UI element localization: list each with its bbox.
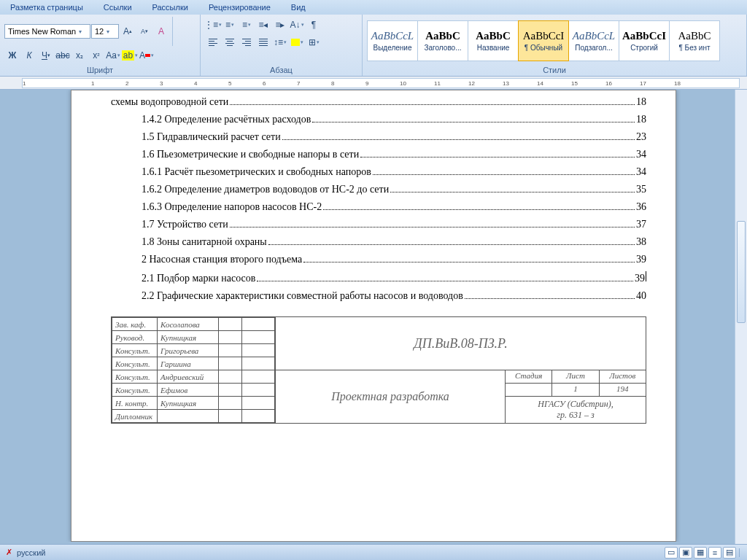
shrink-font-button[interactable]: A▾ [136, 23, 152, 39]
borders-button[interactable]: ⊞ [306, 34, 322, 50]
grow-font-button[interactable]: A▴ [120, 23, 136, 39]
horizontal-ruler[interactable]: 1123456789101112131415161718 [0, 77, 747, 90]
toc-entry: схемы водопроводной сети18 [111, 96, 646, 108]
clear-formatting-button[interactable]: A [153, 23, 169, 39]
document-area[interactable]: схемы водопроводной сети181.4.2 Определе… [0, 90, 747, 542]
toc-entry: 1.4.2 Определение расчётных расходов18 [111, 114, 646, 125]
style-item-0[interactable]: AaBbCcLВыделение [367, 20, 418, 61]
ribbon-tabs: Разметка страницы Ссылки Рассылки Реценз… [0, 0, 747, 15]
tab-review[interactable]: Рецензирование [198, 1, 281, 13]
print-layout-view-button[interactable]: ▭ [665, 547, 678, 559]
font-size-combo[interactable]: 12▾ [91, 24, 119, 39]
spell-check-icon[interactable]: ✗ [6, 548, 12, 557]
change-case-button[interactable]: Aa [105, 47, 121, 63]
outline-view-button[interactable]: ≡ [708, 547, 721, 559]
stamp-org: НГАСУ (Сибстрин),гр. 631 – з [506, 397, 646, 423]
toc-entry: 1.5 Гидравлический расчет сети23 [111, 131, 646, 143]
align-right-button[interactable] [239, 34, 255, 50]
italic-button[interactable]: К [21, 47, 37, 63]
strikethrough-button[interactable]: abc [55, 47, 71, 63]
tab-view[interactable]: Вид [281, 1, 316, 13]
font-name-combo[interactable]: Times New Roman▾ [4, 24, 90, 39]
line-spacing-button[interactable]: ↕≡ [272, 34, 288, 50]
toc-entry: 1.6.2 Определение диаметров водоводов от… [111, 184, 646, 195]
ribbon: Times New Roman▾ 12▾ A▴ A▾ A Ж К Ч▾ abc … [0, 15, 747, 77]
toc-entry: 1.6.3 Определение напоров насосов НС-236 [111, 201, 646, 213]
styles-group-label: Стили [367, 64, 742, 76]
style-item-3[interactable]: AaBbCcI¶ Обычный [518, 20, 569, 61]
tab-mailings[interactable]: Рассылки [142, 1, 198, 13]
stamp-value-sheets: 194 [600, 384, 646, 396]
page: схемы водопроводной сети181.4.2 Определе… [71, 90, 676, 542]
draft-view-button[interactable]: ▤ [723, 547, 736, 559]
scroll-thumb[interactable] [737, 221, 746, 323]
stamp-header-sheet: Лист [552, 370, 599, 383]
align-center-button[interactable] [222, 34, 238, 50]
toc-entry: 1.6 Пьезометрические и свободные напоры … [111, 149, 646, 160]
shading-button[interactable] [289, 34, 305, 50]
increase-indent-button[interactable]: ≡▸ [272, 17, 288, 33]
align-left-button[interactable] [205, 34, 221, 50]
stamp-header-stage: Стадия [506, 370, 552, 383]
decrease-indent-button[interactable]: ≡◂ [255, 17, 271, 33]
justify-button[interactable] [255, 34, 271, 50]
multilevel-button[interactable]: ≡ [239, 17, 255, 33]
toc-entry: 2.2 Графические характеристики совместно… [111, 290, 646, 302]
full-screen-view-button[interactable]: ▣ [679, 547, 692, 559]
highlight-button[interactable]: ab [122, 47, 138, 63]
tab-references[interactable]: Ссылки [93, 1, 142, 13]
show-hide-button[interactable]: ¶ [306, 17, 322, 33]
font-group-label: Шрифт [4, 64, 196, 76]
toc-entry: 1.6.1 Расчёт пьезометрических и свободны… [111, 166, 646, 178]
style-item-1[interactable]: AaBbCЗаголово... [417, 20, 468, 61]
style-item-5[interactable]: AaBbCcIСтрогий [619, 20, 670, 61]
stamp-value-sheet: 1 [552, 384, 599, 396]
stamp-header-sheets: Листов [600, 370, 646, 383]
stamp-title: Проектная разработка [276, 370, 506, 423]
title-block: Зав. каф.КосолаповаРуковод.КупницкаяКонс… [111, 316, 646, 424]
bullets-button[interactable]: ⋮≡ [205, 17, 221, 33]
style-item-2[interactable]: AaBbCНазвание [468, 20, 519, 61]
language-indicator[interactable]: русский [17, 548, 45, 557]
tab-page-layout[interactable]: Разметка страницы [0, 1, 93, 13]
superscript-button[interactable]: x² [88, 47, 104, 63]
toc-entry: 1.7 Устройство сети37 [111, 219, 646, 230]
stamp-code: ДП.ВиВ.08-ПЗ.Р. [276, 317, 646, 370]
toc-entry: 1.8 Зоны санитарной охраны38 [111, 236, 646, 248]
styles-gallery[interactable]: AaBbCcLВыделениеAaBbCЗаголово...AaBbCНаз… [367, 20, 719, 61]
underline-button[interactable]: Ч▾ [38, 47, 54, 63]
sort-button[interactable]: A↓ [289, 17, 305, 33]
stamp-value-stage [506, 384, 552, 396]
status-bar: ✗ русский ▭ ▣ ▦ ≡ ▤ [0, 544, 747, 560]
vertical-scrollbar[interactable] [735, 90, 747, 544]
subscript-button[interactable]: x₂ [71, 47, 88, 63]
toc-entry: 2.1 Подбор марки насосов39 [111, 271, 646, 284]
bold-button[interactable]: Ж [4, 47, 20, 63]
paragraph-group-label: Абзац [205, 64, 357, 76]
web-layout-view-button[interactable]: ▦ [694, 547, 707, 559]
font-color-button[interactable]: A [139, 47, 155, 63]
style-item-6[interactable]: AaBbC¶ Без инт [669, 20, 720, 61]
style-item-4[interactable]: AaBbCcLПодзагол... [568, 20, 619, 61]
toc-entry: 2 Насосная станция второго подъема39 [111, 254, 646, 265]
numbering-button[interactable]: ≡ [222, 17, 238, 33]
